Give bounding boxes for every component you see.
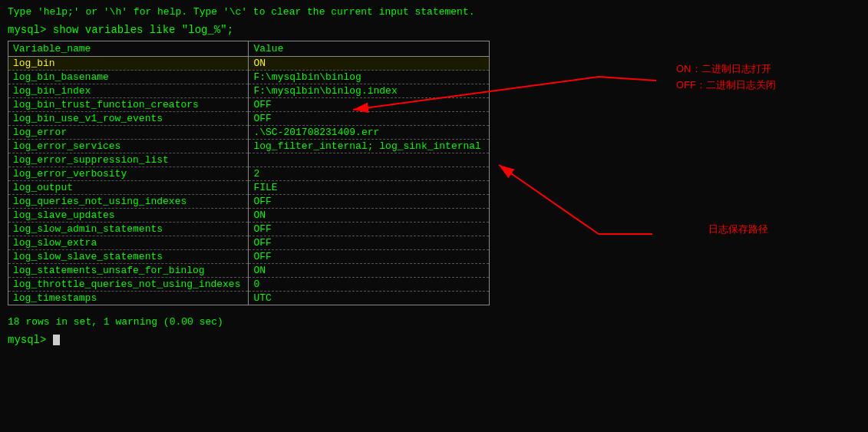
help-text: Type 'help;' or '\h' for help. Type '\c'… — [8, 6, 860, 18]
off-label: OFF：二进制日志关闭 — [676, 77, 776, 94]
value-cell: F:\mysqlbin\binlog.index — [249, 84, 489, 98]
table-row: log_bin_trust_function_creatorsOFF — [8, 98, 489, 112]
svg-line-2 — [599, 77, 656, 81]
path-annotation: 日志保存路径 — [708, 223, 768, 236]
table-row: log_slow_extraOFF — [8, 236, 489, 250]
result-summary: 18 rows in set, 1 warning (0.00 sec) — [8, 316, 860, 328]
prompt-line: mysql> — [8, 334, 860, 346]
table-row: log_binON — [8, 57, 489, 71]
value-cell: 0 — [249, 278, 489, 292]
variable-name-cell: log_statements_unsafe_for_binlog — [8, 264, 249, 278]
variable-name-cell: log_queries_not_using_indexes — [8, 195, 249, 209]
value-cell: F:\mysqlbin\binlog — [249, 71, 489, 84]
results-table: Variable_name Value log_binONlog_bin_bas… — [8, 41, 489, 305]
variable-name-cell: log_error_verbosity — [8, 167, 249, 181]
value-cell: log_filter_internal; log_sink_internal — [249, 140, 489, 153]
variable-name-cell: log_bin — [8, 57, 249, 71]
value-cell: ON — [249, 57, 489, 71]
results-table-container: Variable_name Value log_binONlog_bin_bas… — [8, 41, 490, 305]
table-row: log_error.\SC-201708231409.err — [8, 126, 489, 140]
table-row: log_slave_updatesON — [8, 209, 489, 223]
table-row: log_slow_admin_statementsOFF — [8, 223, 489, 236]
value-cell: OFF — [249, 250, 489, 264]
value-cell: FILE — [249, 181, 489, 195]
variable-name-cell: log_error_suppression_list — [8, 153, 249, 167]
on-label: ON：二进制日志打开 — [676, 61, 776, 77]
table-row: log_bin_indexF:\mysqlbin\binlog.index — [8, 84, 489, 98]
variable-name-cell: log_error — [8, 126, 249, 140]
table-row: log_slow_slave_statementsOFF — [8, 250, 489, 264]
table-row: log_bin_use_v1_row_eventsOFF — [8, 112, 489, 126]
col-value: Value — [249, 41, 489, 57]
table-row: log_queries_not_using_indexesOFF — [8, 195, 489, 209]
variable-name-cell: log_timestamps — [8, 292, 249, 305]
variable-name-cell: log_bin_index — [8, 84, 249, 98]
variable-name-cell: log_bin_use_v1_row_events — [8, 112, 249, 126]
table-row: log_statements_unsafe_for_binlogON — [8, 264, 489, 278]
table-row: log_bin_basenameF:\mysqlbin\binlog — [8, 71, 489, 84]
value-cell — [249, 153, 489, 167]
variable-name-cell: log_bin_basename — [8, 71, 249, 84]
svg-line-5 — [499, 165, 599, 234]
variable-name-cell: log_bin_trust_function_creators — [8, 98, 249, 112]
value-cell: 2 — [249, 167, 489, 181]
table-header-row: Variable_name Value — [8, 41, 489, 57]
variable-name-cell: log_output — [8, 181, 249, 195]
table-row: log_error_suppression_list — [8, 153, 489, 167]
variable-name-cell: log_slow_admin_statements — [8, 223, 249, 236]
terminal-window: Type 'help;' or '\h' for help. Type '\c'… — [0, 0, 868, 432]
cursor — [53, 335, 60, 345]
on-off-annotation: ON：二进制日志打开 OFF：二进制日志关闭 — [676, 61, 776, 94]
variable-name-cell: log_throttle_queries_not_using_indexes — [8, 278, 249, 292]
value-cell: OFF — [249, 112, 489, 126]
table-row: log_error_verbosity2 — [8, 167, 489, 181]
value-cell: OFF — [249, 98, 489, 112]
table-row: log_error_serviceslog_filter_internal; l… — [8, 140, 489, 153]
value-cell: ON — [249, 264, 489, 278]
col-variable-name: Variable_name — [8, 41, 249, 57]
table-row: log_outputFILE — [8, 181, 489, 195]
value-cell: ON — [249, 209, 489, 223]
command-line: mysql> show variables like "log_%"; — [8, 24, 860, 36]
value-cell: OFF — [249, 236, 489, 250]
variable-name-cell: log_slow_slave_statements — [8, 250, 249, 264]
table-row: log_throttle_queries_not_using_indexes0 — [8, 278, 489, 292]
table-row: log_timestampsUTC — [8, 292, 489, 305]
value-cell: .\SC-201708231409.err — [249, 126, 489, 140]
variable-name-cell: log_error_services — [8, 140, 249, 153]
value-cell: OFF — [249, 195, 489, 209]
value-cell: OFF — [249, 223, 489, 236]
variable-name-cell: log_slave_updates — [8, 209, 249, 223]
value-cell: UTC — [249, 292, 489, 305]
variable-name-cell: log_slow_extra — [8, 236, 249, 250]
